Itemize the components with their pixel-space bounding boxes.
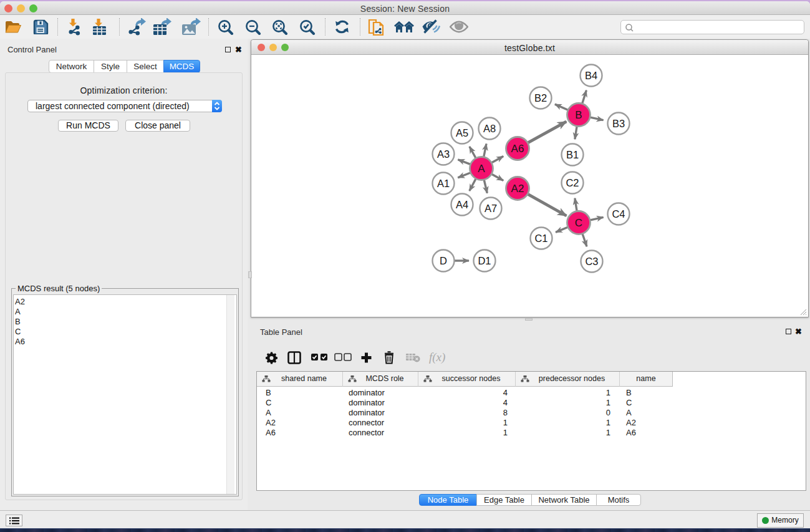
svg-text:A4: A4: [456, 199, 468, 210]
svg-text:B2: B2: [534, 92, 547, 104]
svg-text:B4: B4: [585, 70, 597, 81]
svg-text:B1: B1: [566, 149, 579, 160]
svg-text:A5: A5: [456, 127, 468, 138]
svg-text:C4: C4: [612, 208, 625, 220]
svg-text:A7: A7: [485, 203, 497, 214]
svg-text:D: D: [440, 255, 447, 266]
svg-text:B: B: [575, 109, 582, 121]
svg-text:A1: A1: [437, 178, 450, 189]
svg-text:C2: C2: [566, 177, 579, 188]
svg-text:C: C: [575, 217, 582, 229]
svg-text:D1: D1: [478, 255, 491, 266]
svg-text:A: A: [478, 163, 485, 175]
svg-text:A8: A8: [483, 123, 496, 134]
svg-text:C1: C1: [534, 233, 547, 244]
svg-text:B3: B3: [612, 118, 625, 129]
svg-text:A3: A3: [437, 148, 450, 160]
svg-text:C3: C3: [585, 256, 598, 267]
svg-text:A6: A6: [511, 143, 524, 155]
svg-text:A2: A2: [511, 183, 524, 195]
